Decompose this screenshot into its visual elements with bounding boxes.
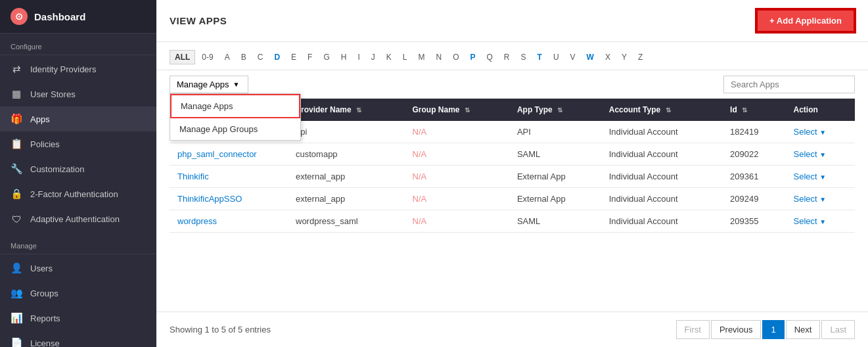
dropdown-item-manage-app-groups[interactable]: Manage App Groups <box>170 118 300 140</box>
sort-icon-group: ⇅ <box>465 106 470 114</box>
alpha-btn-all[interactable]: ALL <box>170 50 195 64</box>
alpha-btn-m[interactable]: M <box>413 51 429 64</box>
alpha-btn-l[interactable]: L <box>398 51 412 64</box>
dashboard-icon: ⊙ <box>11 8 28 25</box>
cell-id: 182419 <box>722 121 785 143</box>
alpha-btn-g[interactable]: G <box>319 51 334 64</box>
chevron-down-icon: ▼ <box>233 81 240 88</box>
select-link[interactable]: Select <box>794 127 817 137</box>
cell-group: N/A <box>405 210 509 233</box>
groups-icon: 👥 <box>11 287 22 299</box>
cell-action: Select ▼ <box>786 143 855 166</box>
cell-account-type: Individual Account <box>601 188 722 210</box>
page-title: VIEW APPS <box>170 15 227 26</box>
select-arrow-icon[interactable]: ▼ <box>819 129 826 136</box>
search-input[interactable] <box>723 76 855 93</box>
cell-action: Select ▼ <box>786 210 855 233</box>
sidebar-item-users[interactable]: 👤 Users <box>0 256 156 281</box>
sidebar-item-label: Identity Providers <box>30 64 96 74</box>
select-link[interactable]: Select <box>794 149 817 159</box>
alpha-btn-j[interactable]: J <box>367 51 380 64</box>
table-footer: Showing 1 to 5 of 5 entries First Previo… <box>156 312 868 347</box>
alpha-filter: ALL0-9ABCDEFGHIJKLMNOPQRSTUVWXYZ <box>156 42 868 70</box>
cell-app-name[interactable]: php_saml_connector <box>170 143 288 166</box>
current-page-button[interactable]: 1 <box>762 320 784 339</box>
sidebar-item-policies[interactable]: 📋 Policies <box>0 131 156 156</box>
alpha-btn-w[interactable]: W <box>582 51 599 64</box>
alpha-btn-c[interactable]: C <box>253 51 268 64</box>
alpha-btn-r[interactable]: R <box>499 51 514 64</box>
select-link[interactable]: Select <box>794 216 817 226</box>
sidebar-item-label: Groups <box>30 289 58 298</box>
select-link[interactable]: Select <box>794 194 817 204</box>
add-application-button[interactable]: + Add Application <box>756 9 855 32</box>
sidebar-logo[interactable]: ⊙ Dashboard <box>0 0 156 34</box>
sidebar-item-customization[interactable]: 🔧 Customization <box>0 156 156 181</box>
previous-page-button[interactable]: Previous <box>711 320 762 339</box>
cell-account-type: Individual Account <box>601 166 722 188</box>
alpha-btn-i[interactable]: I <box>353 51 364 64</box>
customization-icon: 🔧 <box>11 163 22 175</box>
alpha-btn-s[interactable]: S <box>516 51 531 64</box>
apps-dropdown-trigger[interactable]: Manage Apps ▼ <box>170 76 248 93</box>
alpha-btn-p[interactable]: P <box>465 51 480 64</box>
sidebar-item-user-stores[interactable]: ▦ User Stores <box>0 81 156 106</box>
dropdown-label: Manage Apps <box>177 80 229 89</box>
sort-icon-apptype: ⇅ <box>557 106 562 114</box>
alpha-btn-u[interactable]: U <box>549 51 564 64</box>
sidebar-item-identity-providers[interactable]: ⇄ Identity Providers <box>0 57 156 81</box>
alpha-btn-t[interactable]: T <box>533 51 547 64</box>
col-id: Id ⇅ <box>722 99 785 121</box>
sort-icon-id: ⇅ <box>742 106 747 114</box>
select-arrow-icon[interactable]: ▼ <box>819 218 826 225</box>
select-link[interactable]: Select <box>794 172 817 181</box>
sidebar-item-label: Reports <box>30 313 60 323</box>
cell-app-type: External App <box>509 166 601 188</box>
alpha-btn-a[interactable]: A <box>220 51 235 64</box>
sidebar-item-label: Adaptive Authentication <box>30 214 120 224</box>
alpha-btn-f[interactable]: F <box>303 51 317 64</box>
alpha-btn-z[interactable]: Z <box>633 51 647 64</box>
sidebar-item-reports[interactable]: 📊 Reports <box>0 306 156 331</box>
cell-app-name[interactable]: Thinkific <box>170 166 288 188</box>
col-provider-name: Provider Name ⇅ <box>288 99 405 121</box>
main-content: VIEW APPS + Add Application ALL0-9ABCDEF… <box>156 0 868 347</box>
sidebar-item-adaptive-auth[interactable]: 🛡 Adaptive Authentication <box>0 206 156 231</box>
col-group-name: Group Name ⇅ <box>405 99 509 121</box>
sidebar-item-apps[interactable]: 🎁 Apps <box>0 106 156 131</box>
dropdown-item-manage-apps[interactable]: Manage Apps <box>170 94 300 118</box>
alpha-btn-v[interactable]: V <box>566 51 580 64</box>
cell-app-name[interactable]: ThinkificAppSSO <box>170 188 288 210</box>
cell-id: 209249 <box>722 188 785 210</box>
select-arrow-icon[interactable]: ▼ <box>819 174 826 181</box>
sort-icon-accounttype: ⇅ <box>666 106 671 114</box>
cell-app-name[interactable]: wordpress <box>170 210 288 233</box>
alpha-btn-k[interactable]: K <box>382 51 396 64</box>
select-arrow-icon[interactable]: ▼ <box>819 151 826 158</box>
cell-provider: external_app <box>288 188 405 210</box>
alpha-btn-n[interactable]: N <box>431 51 446 64</box>
alpha-btn-h[interactable]: H <box>336 51 352 64</box>
sidebar-item-2fa[interactable]: 🔒 2-Factor Authentication <box>0 181 156 206</box>
sidebar-item-label: Users <box>30 264 53 273</box>
col-app-type: App Type ⇅ <box>509 99 601 121</box>
alpha-btn-e[interactable]: E <box>286 51 301 64</box>
first-page-button[interactable]: First <box>676 320 710 339</box>
sidebar-item-license[interactable]: 📄 License <box>0 331 156 347</box>
alpha-btn-y[interactable]: Y <box>617 51 631 64</box>
last-page-button[interactable]: Last <box>821 320 855 339</box>
select-arrow-icon[interactable]: ▼ <box>819 196 826 203</box>
alpha-btn-d[interactable]: D <box>269 51 285 64</box>
sidebar-item-groups[interactable]: 👥 Groups <box>0 281 156 306</box>
col-account-type: Account Type ⇅ <box>601 99 722 121</box>
alpha-btn-q[interactable]: Q <box>482 51 497 64</box>
alpha-btn-09[interactable]: 0-9 <box>197 51 217 64</box>
cell-action: Select ▼ <box>786 188 855 210</box>
alpha-btn-x[interactable]: X <box>601 51 615 64</box>
alpha-btn-b[interactable]: B <box>237 51 251 64</box>
policies-icon: 📋 <box>11 138 22 150</box>
alpha-btn-o[interactable]: O <box>448 51 463 64</box>
cell-provider: external_app <box>288 166 405 188</box>
next-page-button[interactable]: Next <box>786 320 821 339</box>
cell-group: N/A <box>405 166 509 188</box>
